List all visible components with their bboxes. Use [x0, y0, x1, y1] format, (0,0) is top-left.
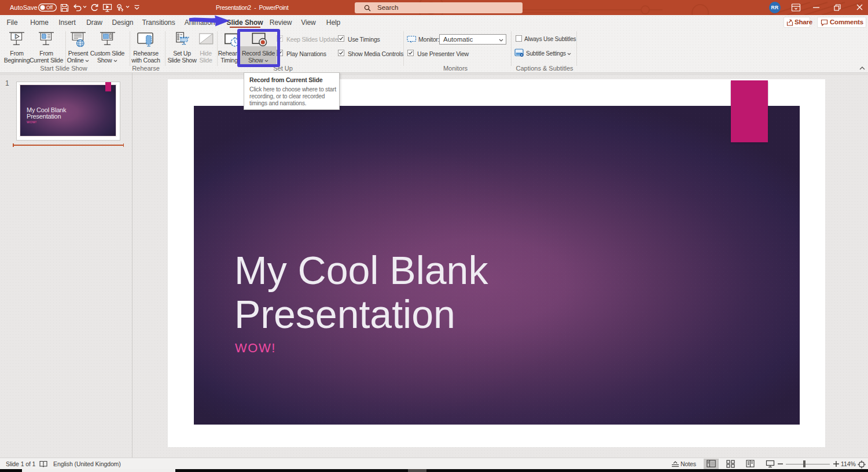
svg-text:Off: Off: [46, 5, 53, 10]
